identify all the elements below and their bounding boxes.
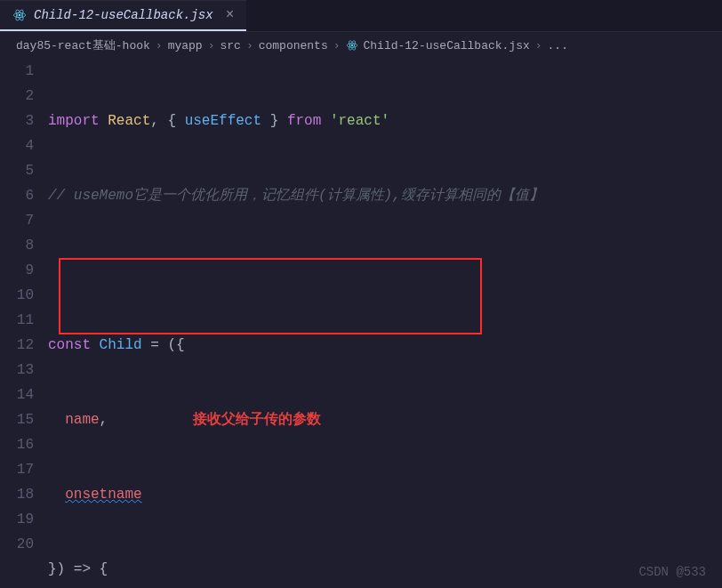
crumb[interactable]: myapp	[168, 39, 203, 52]
chevron-right-icon: ›	[246, 39, 253, 52]
crumb[interactable]: src	[220, 39, 240, 52]
crumb[interactable]: Child-12-useCallback.jsx	[364, 39, 530, 52]
line-gutter: 12345 678910 1112131415 1617181920	[0, 59, 48, 588]
chevron-right-icon: ›	[535, 39, 542, 52]
crumb[interactable]: ...	[548, 39, 568, 52]
watermark: CSDN @533	[638, 565, 706, 579]
code-area[interactable]: import React, { useEffect } from 'react'…	[48, 59, 722, 588]
svg-point-0	[19, 14, 21, 17]
tab-bar: Child-12-useCallback.jsx ×	[0, 0, 722, 32]
tab-active[interactable]: Child-12-useCallback.jsx ×	[0, 0, 246, 31]
react-icon	[12, 8, 27, 22]
breadcrumb: day85-react基础-hook› myapp› src› componen…	[0, 32, 722, 59]
crumb[interactable]: day85-react基础-hook	[16, 37, 150, 53]
chevron-right-icon: ›	[208, 39, 215, 52]
close-icon[interactable]: ×	[226, 7, 235, 23]
annotation-red: 接收父给子传的参数	[193, 412, 321, 428]
chevron-right-icon: ›	[333, 39, 341, 52]
chevron-right-icon: ›	[156, 39, 163, 52]
crumb[interactable]: components	[259, 39, 328, 52]
tab-title: Child-12-useCallback.jsx	[34, 8, 213, 22]
react-icon	[346, 39, 358, 52]
svg-point-4	[350, 44, 352, 46]
code-editor[interactable]: 12345 678910 1112131415 1617181920 impor…	[0, 59, 722, 588]
